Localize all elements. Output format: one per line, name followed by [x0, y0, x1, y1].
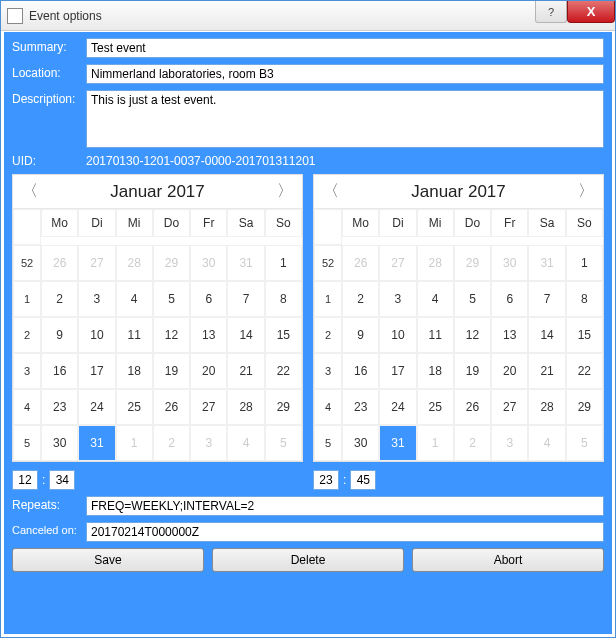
calendar-day[interactable]: 10 — [78, 317, 115, 353]
calendar-day[interactable]: 28 — [528, 389, 565, 425]
calendar-day[interactable]: 27 — [379, 245, 416, 281]
calendar-day[interactable]: 31 — [528, 245, 565, 281]
calendar-day[interactable]: 11 — [417, 317, 454, 353]
calendar-day[interactable]: 18 — [417, 353, 454, 389]
calendar-day[interactable]: 26 — [454, 389, 491, 425]
delete-button[interactable]: Delete — [212, 548, 404, 572]
calendar-day[interactable]: 12 — [153, 317, 190, 353]
calendar-day[interactable]: 21 — [528, 353, 565, 389]
calendar-day[interactable]: 14 — [227, 317, 264, 353]
summary-input[interactable] — [86, 38, 604, 58]
calendar-day[interactable]: 4 — [116, 281, 153, 317]
calendar-day[interactable]: 2 — [41, 281, 78, 317]
calendar-day[interactable]: 6 — [491, 281, 528, 317]
end-next-month[interactable]: 〉 — [569, 181, 603, 202]
calendar-day[interactable]: 1 — [566, 245, 603, 281]
calendar-day[interactable]: 7 — [227, 281, 264, 317]
calendar-day[interactable]: 28 — [227, 389, 264, 425]
calendar-day[interactable]: 28 — [417, 245, 454, 281]
abort-button[interactable]: Abort — [412, 548, 604, 572]
calendar-day[interactable]: 9 — [342, 317, 379, 353]
calendar-day[interactable]: 31 — [379, 425, 416, 461]
calendar-day[interactable]: 4 — [417, 281, 454, 317]
calendar-day[interactable]: 5 — [265, 425, 302, 461]
calendar-day[interactable]: 31 — [78, 425, 115, 461]
calendar-day[interactable]: 30 — [190, 245, 227, 281]
calendar-day[interactable]: 20 — [190, 353, 227, 389]
calendar-day[interactable]: 9 — [41, 317, 78, 353]
calendar-day[interactable]: 6 — [190, 281, 227, 317]
calendar-day[interactable]: 2 — [454, 425, 491, 461]
end-minute-input[interactable] — [350, 470, 376, 490]
calendar-day[interactable]: 4 — [528, 425, 565, 461]
calendar-day[interactable]: 13 — [190, 317, 227, 353]
calendar-day[interactable]: 21 — [227, 353, 264, 389]
calendar-day[interactable]: 2 — [153, 425, 190, 461]
calendar-day[interactable]: 22 — [265, 353, 302, 389]
calendar-day[interactable]: 17 — [78, 353, 115, 389]
end-hour-input[interactable] — [313, 470, 339, 490]
calendar-day[interactable]: 15 — [566, 317, 603, 353]
calendar-day[interactable]: 11 — [116, 317, 153, 353]
calendar-day[interactable]: 7 — [528, 281, 565, 317]
start-next-month[interactable]: 〉 — [268, 181, 302, 202]
calendar-day[interactable]: 29 — [265, 389, 302, 425]
calendar-day[interactable]: 4 — [227, 425, 264, 461]
calendar-day[interactable]: 25 — [417, 389, 454, 425]
calendar-day[interactable]: 16 — [342, 353, 379, 389]
calendar-day[interactable]: 23 — [41, 389, 78, 425]
calendar-day[interactable]: 29 — [153, 245, 190, 281]
calendar-day[interactable]: 31 — [227, 245, 264, 281]
calendar-day[interactable]: 13 — [491, 317, 528, 353]
calendar-day[interactable]: 28 — [116, 245, 153, 281]
repeats-input[interactable] — [86, 496, 604, 516]
calendar-day[interactable]: 1 — [265, 245, 302, 281]
calendar-day[interactable]: 19 — [454, 353, 491, 389]
end-prev-month[interactable]: 〈 — [314, 181, 348, 202]
calendar-day[interactable]: 2 — [342, 281, 379, 317]
location-input[interactable] — [86, 64, 604, 84]
calendar-day[interactable]: 16 — [41, 353, 78, 389]
calendar-day[interactable]: 3 — [491, 425, 528, 461]
calendar-day[interactable]: 26 — [153, 389, 190, 425]
description-input[interactable]: This is just a test event. — [86, 90, 604, 148]
calendar-day[interactable]: 30 — [342, 425, 379, 461]
calendar-day[interactable]: 3 — [190, 425, 227, 461]
calendar-day[interactable]: 15 — [265, 317, 302, 353]
help-button[interactable]: ? — [535, 1, 567, 23]
start-minute-input[interactable] — [49, 470, 75, 490]
start-prev-month[interactable]: 〈 — [13, 181, 47, 202]
calendar-day[interactable]: 1 — [116, 425, 153, 461]
calendar-day[interactable]: 5 — [454, 281, 491, 317]
calendar-day[interactable]: 17 — [379, 353, 416, 389]
calendar-day[interactable]: 29 — [566, 389, 603, 425]
calendar-day[interactable]: 24 — [379, 389, 416, 425]
calendar-day[interactable]: 27 — [78, 245, 115, 281]
calendar-day[interactable]: 26 — [41, 245, 78, 281]
calendar-day[interactable]: 12 — [454, 317, 491, 353]
calendar-day[interactable]: 26 — [342, 245, 379, 281]
calendar-day[interactable]: 30 — [41, 425, 78, 461]
canceled-input[interactable] — [86, 522, 604, 542]
calendar-day[interactable]: 18 — [116, 353, 153, 389]
calendar-day[interactable]: 22 — [566, 353, 603, 389]
calendar-day[interactable]: 5 — [153, 281, 190, 317]
calendar-day[interactable]: 30 — [491, 245, 528, 281]
calendar-day[interactable]: 5 — [566, 425, 603, 461]
calendar-day[interactable]: 19 — [153, 353, 190, 389]
calendar-day[interactable]: 3 — [379, 281, 416, 317]
calendar-day[interactable]: 8 — [566, 281, 603, 317]
calendar-day[interactable]: 27 — [190, 389, 227, 425]
calendar-day[interactable]: 23 — [342, 389, 379, 425]
calendar-day[interactable]: 10 — [379, 317, 416, 353]
close-button[interactable]: X — [567, 1, 615, 23]
calendar-day[interactable]: 27 — [491, 389, 528, 425]
calendar-day[interactable]: 20 — [491, 353, 528, 389]
calendar-day[interactable]: 8 — [265, 281, 302, 317]
calendar-day[interactable]: 14 — [528, 317, 565, 353]
start-hour-input[interactable] — [12, 470, 38, 490]
calendar-day[interactable]: 3 — [78, 281, 115, 317]
save-button[interactable]: Save — [12, 548, 204, 572]
calendar-day[interactable]: 29 — [454, 245, 491, 281]
calendar-day[interactable]: 24 — [78, 389, 115, 425]
